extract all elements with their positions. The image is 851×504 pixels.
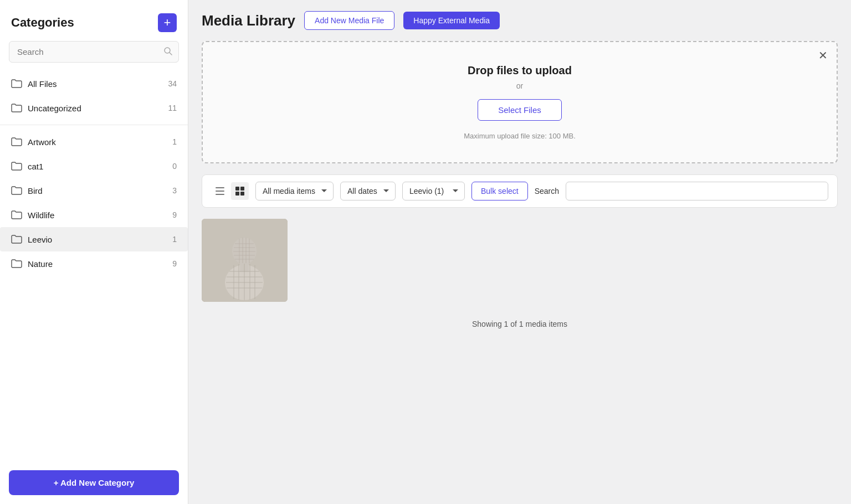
close-dropzone-button[interactable]: ✕ xyxy=(818,49,828,62)
media-search-input[interactable] xyxy=(566,182,828,200)
category-search-box xyxy=(9,41,179,63)
svg-rect-5 xyxy=(235,187,239,191)
page-title: Media Library xyxy=(202,12,295,29)
category-name: All Files xyxy=(28,79,168,89)
sidebar: Categories + All Files 34 Uncategorized … xyxy=(0,0,188,504)
category-count: 9 xyxy=(172,259,177,268)
category-count: 1 xyxy=(172,137,177,146)
grid-view-button[interactable] xyxy=(231,182,249,200)
category-count: 1 xyxy=(172,235,177,244)
author-filter[interactable]: Leevio (1)All authors xyxy=(402,182,465,200)
sidebar-header: Categories + xyxy=(0,0,188,41)
add-new-category-button[interactable]: + Add New Category xyxy=(9,470,179,495)
folder-icon xyxy=(11,185,22,196)
folder-icon xyxy=(11,136,22,147)
showing-text: Showing 1 of 1 media items xyxy=(202,313,838,340)
media-grid xyxy=(202,219,838,302)
select-files-button[interactable]: Select Files xyxy=(478,99,562,121)
folder-icon xyxy=(11,258,22,269)
sidebar-item-artwork[interactable]: Artwork 1 xyxy=(0,130,188,154)
svg-rect-8 xyxy=(240,192,244,196)
category-name: Bird xyxy=(28,186,172,196)
happy-external-media-button[interactable]: Happy External Media xyxy=(403,12,500,29)
drop-zone: ✕ Drop files to upload or Select Files M… xyxy=(202,41,838,163)
media-toolbar: All media itemsImagesVideosAudioDocument… xyxy=(202,174,838,208)
sidebar-item-cat1[interactable]: cat1 0 xyxy=(0,154,188,178)
category-name: cat1 xyxy=(28,162,172,171)
svg-point-11 xyxy=(232,238,257,264)
sidebar-title: Categories xyxy=(11,16,74,30)
drop-hint: Maximum upload file size: 100 MB. xyxy=(464,132,576,140)
category-name: Uncategorized xyxy=(28,104,168,113)
svg-rect-4 xyxy=(216,194,224,195)
date-filter[interactable]: All dates20242023 xyxy=(340,182,396,200)
sidebar-item-bird[interactable]: Bird 3 xyxy=(0,178,188,203)
media-thumbnail xyxy=(202,219,288,302)
add-new-media-button[interactable]: Add New Media File xyxy=(304,11,394,30)
view-toggle xyxy=(211,182,249,200)
svg-rect-7 xyxy=(235,192,239,196)
svg-rect-3 xyxy=(216,191,224,192)
svg-rect-2 xyxy=(216,187,224,188)
category-name: Artwork xyxy=(28,137,172,147)
sidebar-item-wildlife[interactable]: Wildlife 9 xyxy=(0,203,188,227)
category-name: Wildlife xyxy=(28,210,172,220)
main-header: Media Library Add New Media File Happy E… xyxy=(202,11,838,30)
category-count: 0 xyxy=(172,162,177,171)
folder-icon xyxy=(11,209,22,220)
category-count: 3 xyxy=(172,186,177,195)
category-list: All Files 34 Uncategorized 11 Artwork 1 … xyxy=(0,71,188,504)
category-count: 9 xyxy=(172,210,177,219)
main-content: Media Library Add New Media File Happy E… xyxy=(188,0,851,504)
drop-or-text: or xyxy=(516,81,523,90)
folder-icon xyxy=(11,78,22,89)
sidebar-item-uncategorized[interactable]: Uncategorized 11 xyxy=(0,96,188,120)
folder-icon xyxy=(11,102,22,114)
sidebar-item-all-files[interactable]: All Files 34 xyxy=(0,71,188,96)
drop-title: Drop files to upload xyxy=(468,64,572,77)
list-view-button[interactable] xyxy=(211,182,229,200)
category-count: 11 xyxy=(168,104,177,112)
folder-icon xyxy=(11,234,22,245)
category-name: Nature xyxy=(28,259,172,269)
category-search-input[interactable] xyxy=(9,41,179,63)
sidebar-item-leevio[interactable]: Leevio 1 xyxy=(0,227,188,251)
category-count: 34 xyxy=(168,79,177,88)
bulk-select-button[interactable]: Bulk select xyxy=(471,182,528,200)
toolbar-search-label: Search xyxy=(535,187,559,196)
svg-rect-6 xyxy=(240,187,244,191)
media-type-filter[interactable]: All media itemsImagesVideosAudioDocument… xyxy=(255,182,334,200)
category-name: Leevio xyxy=(28,235,172,244)
add-category-icon-button[interactable]: + xyxy=(158,13,177,32)
folder-icon xyxy=(11,161,22,172)
media-item[interactable] xyxy=(202,219,288,302)
sidebar-item-nature[interactable]: Nature 9 xyxy=(0,251,188,276)
